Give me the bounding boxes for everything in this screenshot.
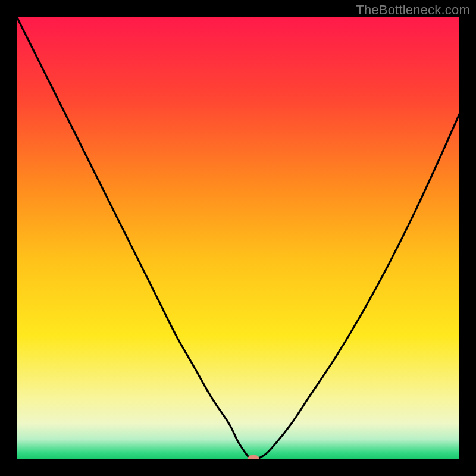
chart-frame: TheBottleneck.com [0,0,476,476]
optimum-marker [248,455,259,459]
bottleneck-curve [17,17,459,459]
attribution-label: TheBottleneck.com [356,2,470,18]
plot-area [17,17,459,459]
